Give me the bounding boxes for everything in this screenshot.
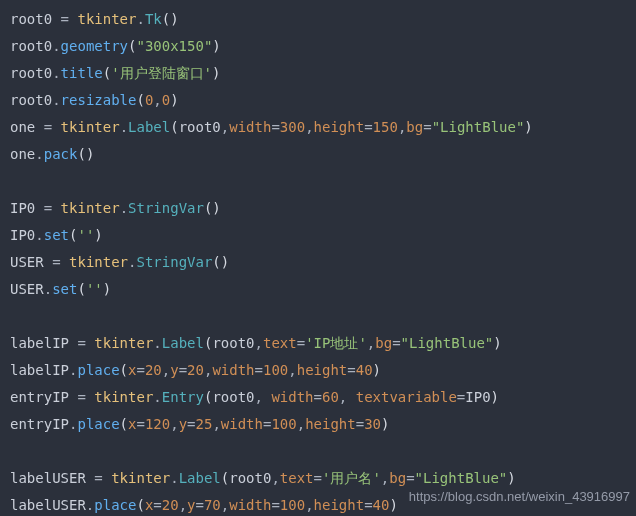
code-line: root0 = tkinter.Tk() bbox=[10, 11, 179, 27]
code-line: IP0 = tkinter.StringVar() bbox=[10, 200, 221, 216]
code-line: labelUSER = tkinter.Label(root0,text='用户… bbox=[10, 470, 516, 486]
code-line: IP0.set('') bbox=[10, 227, 103, 243]
code-line: USER = tkinter.StringVar() bbox=[10, 254, 229, 270]
code-line: one = tkinter.Label(root0,width=300,heig… bbox=[10, 119, 533, 135]
code-block: root0 = tkinter.Tk() root0.geometry("300… bbox=[0, 0, 636, 516]
code-line: labelIP = tkinter.Label(root0,text='IP地址… bbox=[10, 335, 502, 351]
code-line: one.pack() bbox=[10, 146, 94, 162]
code-line: entryIP = tkinter.Entry(root0, width=60,… bbox=[10, 389, 499, 405]
code-line: root0.resizable(0,0) bbox=[10, 92, 179, 108]
code-line: USER.set('') bbox=[10, 281, 111, 297]
code-line: labelUSER.place(x=20,y=70,width=100,heig… bbox=[10, 497, 398, 513]
code-line: labelIP.place(x=20,y=20,width=100,height… bbox=[10, 362, 381, 378]
code-line: entryIP.place(x=120,y=25,width=100,heigh… bbox=[10, 416, 389, 432]
code-line: root0.title('用户登陆窗口') bbox=[10, 65, 220, 81]
code-line: root0.geometry("300x150") bbox=[10, 38, 221, 54]
